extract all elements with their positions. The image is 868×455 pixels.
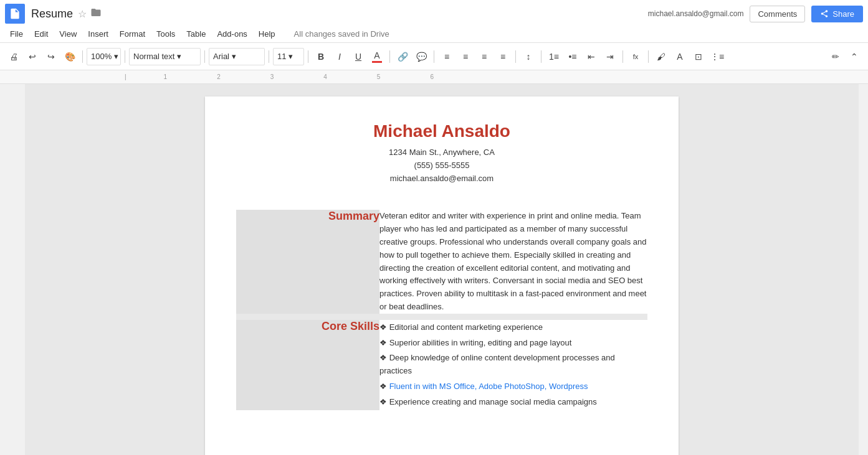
menu-insert[interactable]: Insert <box>83 27 113 40</box>
menu-view[interactable]: View <box>54 27 82 40</box>
collapse-button[interactable]: ⌃ <box>846 48 863 65</box>
line-spacing-button[interactable]: ↕ <box>520 48 537 65</box>
separator6 <box>389 50 390 63</box>
skill-item-2: Superior abilities in writing, editing a… <box>379 335 647 351</box>
menu-help[interactable]: Help <box>254 27 280 40</box>
skills-label-cell: Core Skills <box>236 317 379 410</box>
skill-item-4: Fluent in with MS Office, Adobe PhotoSho… <box>379 379 647 395</box>
separator3 <box>204 50 205 63</box>
menu-edit[interactable]: Edit <box>29 27 53 40</box>
summary-label: Summary <box>328 210 379 222</box>
star-icon[interactable]: ☆ <box>78 8 87 20</box>
summary-content: Veteran editor and writer with experienc… <box>379 210 647 316</box>
folder-icon[interactable] <box>90 7 102 21</box>
font-color-button[interactable]: A <box>368 48 386 65</box>
align-center-button[interactable]: ≡ <box>457 48 474 65</box>
separator11 <box>648 50 649 63</box>
separator4 <box>269 50 269 63</box>
align-right-button[interactable]: ≡ <box>475 48 493 65</box>
summary-row: Summary Veteran editor and writer with e… <box>236 210 647 316</box>
redo-button[interactable]: ↪ <box>42 48 60 65</box>
font-size-dropdown[interactable]: 11 ▾ <box>273 48 304 65</box>
document: Michael Ansaldo 1234 Main St., Anywhere,… <box>205 96 679 455</box>
print-button[interactable]: 🖨 <box>5 48 22 65</box>
separator10 <box>622 50 623 63</box>
resume-table: Summary Veteran editor and writer with e… <box>236 210 647 410</box>
comments-button[interactable]: Comments <box>750 6 805 22</box>
summary-text: Veteran editor and writer with experienc… <box>379 210 647 313</box>
align-left-button[interactable]: ≡ <box>438 48 455 65</box>
bullet-list-button[interactable]: •≡ <box>564 48 581 65</box>
summary-label-cell: Summary <box>236 210 379 316</box>
email: michael.ansaldo@email.com <box>236 172 647 185</box>
pen-button[interactable]: ✏ <box>827 48 844 65</box>
separator8 <box>515 50 516 63</box>
skill-item-3: Deep knowledge of online content develop… <box>379 350 647 379</box>
link-button[interactable]: 🔗 <box>394 48 411 65</box>
skills-row: Core Skills Editorial and content market… <box>236 317 647 410</box>
toolbar: 🖨 ↩ ↪ 🎨 100% ▾ Normal text ▾ Arial ▾ 11 … <box>0 43 868 70</box>
app-icon <box>5 4 25 24</box>
skills-label: Core Skills <box>322 320 379 332</box>
numbered-list-button[interactable]: 1≡ <box>545 48 563 65</box>
bold-button[interactable]: B <box>312 48 330 65</box>
paint-format-button[interactable]: 🎨 <box>61 48 79 65</box>
highlight-button[interactable]: 🖌 <box>652 48 670 65</box>
document-title[interactable]: Resume <box>31 7 73 21</box>
decrease-indent-button[interactable]: ⇤ <box>583 48 600 65</box>
zoom-dropdown[interactable]: 100% ▾ <box>87 48 121 65</box>
menu-bar: File Edit View Insert Format Tools Table… <box>0 25 868 42</box>
skills-content: Editorial and content marketing experien… <box>379 317 647 410</box>
user-email: michael.ansaldo@gmail.com <box>648 9 744 18</box>
skill-item-1: Editorial and content marketing experien… <box>379 320 647 335</box>
ruler: | 1 2 3 4 5 6 <box>0 70 868 84</box>
separator7 <box>434 50 434 63</box>
resume-name: Michael Ansaldo <box>236 121 647 141</box>
document-area[interactable]: Michael Ansaldo 1234 Main St., Anywhere,… <box>25 84 859 455</box>
skill-item-5: Experience creating and manage social me… <box>379 395 647 410</box>
columns-button[interactable]: ⋮≡ <box>708 48 726 65</box>
share-button[interactable]: Share <box>811 6 863 22</box>
increase-indent-button[interactable]: ⇥ <box>601 48 619 65</box>
contact-info: 1234 Main St., Anywhere, CA (555) 555-55… <box>236 146 647 185</box>
right-sidebar <box>859 84 868 455</box>
justify-button[interactable]: ≡ <box>494 48 512 65</box>
separator <box>82 50 83 63</box>
separator2 <box>125 50 125 63</box>
menu-table[interactable]: Table <box>181 27 211 40</box>
menu-tools[interactable]: Tools <box>151 27 180 40</box>
phone: (555) 555-5555 <box>236 159 647 172</box>
font-dropdown[interactable]: Arial ▾ <box>209 48 265 65</box>
address: 1234 Main St., Anywhere, CA <box>236 146 647 159</box>
text-color-button[interactable]: A <box>671 48 689 65</box>
left-sidebar <box>0 84 25 455</box>
style-dropdown[interactable]: Normal text ▾ <box>129 48 201 65</box>
separator5 <box>308 50 308 63</box>
saved-status: All changes saved in Drive <box>294 29 389 39</box>
separator9 <box>541 50 541 63</box>
border-button[interactable]: ⊡ <box>690 48 707 65</box>
underline-button[interactable]: U <box>350 48 367 65</box>
italic-button[interactable]: I <box>331 48 348 65</box>
undo-button[interactable]: ↩ <box>24 48 41 65</box>
menu-format[interactable]: Format <box>115 27 150 40</box>
formula-button[interactable]: fx <box>627 48 644 65</box>
skills-list: Editorial and content marketing experien… <box>379 320 647 410</box>
document-header: Michael Ansaldo 1234 Main St., Anywhere,… <box>236 121 647 185</box>
comment-button[interactable]: 💬 <box>413 48 430 65</box>
menu-file[interactable]: File <box>5 27 28 40</box>
menu-addons[interactable]: Add-ons <box>212 27 252 40</box>
